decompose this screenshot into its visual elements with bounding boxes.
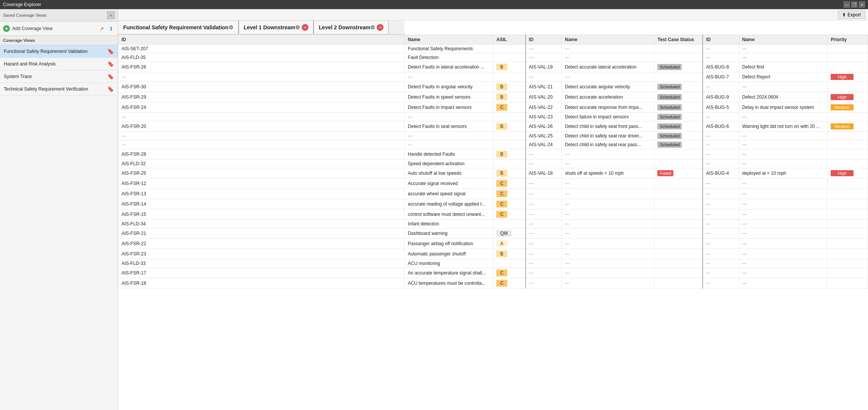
table-row: AIS-FSR-21Dashboard warningQM-----------… xyxy=(118,228,868,239)
cell-status xyxy=(654,209,703,220)
cell-name1: Detect Faults in impact sensors xyxy=(404,102,493,113)
table-row: AIS-SET-207Functional Safety Requirement… xyxy=(118,45,868,53)
cell-status xyxy=(654,239,703,249)
cell-priority xyxy=(828,45,868,53)
col-header-asil: ASIL xyxy=(493,35,526,45)
close-button[interactable]: ✕ xyxy=(859,2,865,8)
view1-settings-icon[interactable]: ⚙ xyxy=(229,24,233,30)
sidebar-item-technical[interactable]: Technical Safety Requirement Verificatio… xyxy=(0,83,118,96)
cell-id3: --- xyxy=(703,140,739,149)
app-container: Saved Coverage Views » + Add Coverage Vi… xyxy=(0,9,868,410)
export-button[interactable]: ⬆ Export xyxy=(838,11,865,19)
table-row: ------AIS-VAL-23Detect failure in impact… xyxy=(118,113,868,121)
add-icon[interactable]: + xyxy=(3,25,10,32)
cell-id1: AIS-FSR-15 xyxy=(118,209,405,220)
cell-name3: Delay in dual impact sensor system xyxy=(739,102,828,113)
view2-header: Level 1 Downstream ⚙ − xyxy=(239,21,314,34)
cell-priority xyxy=(828,268,868,278)
cell-id3: AIS-BUG-4 xyxy=(703,168,739,179)
cell-name1: Auto shutoff at low speeds xyxy=(404,168,493,179)
cell-priority xyxy=(828,278,868,289)
cell-name3: --- xyxy=(739,179,828,189)
saved-coverage-views-label: Saved Coverage Views xyxy=(3,13,46,18)
cell-name1: Passanger airbag off notification xyxy=(404,239,493,249)
cell-priority xyxy=(828,113,868,121)
cell-name3: --- xyxy=(739,249,828,259)
table-row: AIS-FSR-28Handle detected FaultsB-------… xyxy=(118,149,868,160)
window-controls: — ❐ ✕ xyxy=(844,2,865,8)
cell-asil: B xyxy=(493,62,526,72)
cell-id1: AIS-FSR-26 xyxy=(118,62,405,72)
top-bar: ⬆ Export xyxy=(118,9,868,21)
cell-name3: deployed at < 10 mph xyxy=(739,168,828,179)
view2-settings-icon[interactable]: ⚙ xyxy=(295,24,300,30)
cell-id3: --- xyxy=(703,259,739,268)
cell-asil xyxy=(493,45,526,53)
table-row: AIS-FSR-22Passanger airbag off notificat… xyxy=(118,239,868,249)
cell-id2: --- xyxy=(526,179,562,189)
cell-name1: Functional Safety Requirements xyxy=(404,45,493,53)
cell-priority xyxy=(828,259,868,268)
col-header-priority: Priority xyxy=(828,35,868,45)
info-icon[interactable]: ℹ xyxy=(107,25,115,32)
cell-priority xyxy=(828,149,868,160)
cell-name2: --- xyxy=(562,259,654,268)
table-row: ------AIS-VAL-24Detect child in safety s… xyxy=(118,140,868,149)
collapse-button[interactable]: » xyxy=(107,11,115,19)
cell-id3: --- xyxy=(703,268,739,278)
sidebar-item-functional[interactable]: Functional Safety Requirement Validation… xyxy=(0,45,118,58)
cell-id3: --- xyxy=(703,179,739,189)
table-row: AIS-FLD-33ACU monitoring------------ xyxy=(118,259,868,268)
add-coverage-view-label[interactable]: Add Coverage View xyxy=(12,26,96,31)
view3-close-icon[interactable]: − xyxy=(377,24,384,31)
cell-id2: AIS-VAL-26 xyxy=(526,121,562,132)
cell-priority xyxy=(828,53,868,62)
cell-name1: --- xyxy=(404,113,493,121)
cell-name3: --- xyxy=(739,113,828,121)
view3-settings-icon[interactable]: ⚙ xyxy=(370,24,375,30)
col-header-id2: ID xyxy=(526,35,562,45)
cell-name2: --- xyxy=(562,72,654,82)
table-wrapper[interactable]: Functional Safety Requirement Validation… xyxy=(118,21,868,410)
cell-name3: --- xyxy=(739,239,828,249)
cell-id1: AIS-FSR-12 xyxy=(118,179,405,189)
cell-name1: control software must detect unwant... xyxy=(404,209,493,220)
cell-id1: AIS-FLD-34 xyxy=(118,220,405,228)
view1-title: Functional Safety Requirement Validation xyxy=(123,24,229,30)
cell-id2: --- xyxy=(526,220,562,228)
cell-asil: C xyxy=(493,179,526,189)
cell-name1: Detect Faults in lateral acceleration ..… xyxy=(404,62,493,72)
sidebar-item-hazard[interactable]: Hazard and Risk Analysis🔖 xyxy=(0,58,118,70)
restore-button[interactable]: ❐ xyxy=(851,2,857,8)
cell-asil xyxy=(493,72,526,82)
coverage-views-section-label: Coverage Views xyxy=(0,36,118,45)
cell-name3: --- xyxy=(739,45,828,53)
table-row: AIS-FSR-26Detect Faults in lateral accel… xyxy=(118,62,868,72)
col-header-name1: Name xyxy=(404,35,493,45)
cell-name1: ACU temperatures must be controlla... xyxy=(404,278,493,289)
cell-asil xyxy=(493,53,526,62)
export-icon[interactable]: ↗ xyxy=(98,25,106,32)
bookmark-icon: 🔖 xyxy=(107,86,114,92)
cell-name3: --- xyxy=(739,189,828,199)
cell-status xyxy=(654,149,703,160)
cell-id2: --- xyxy=(526,189,562,199)
cell-name3: --- xyxy=(739,149,828,160)
cell-id1: --- xyxy=(118,132,405,140)
view2-close-icon[interactable]: − xyxy=(302,24,309,31)
cell-asil: B xyxy=(493,121,526,132)
cell-id3: --- xyxy=(703,228,739,239)
minimize-button[interactable]: — xyxy=(844,2,850,8)
cell-name1: --- xyxy=(404,132,493,140)
table-row: AIS-FSR-23Automatic passenger shutoffB--… xyxy=(118,249,868,259)
cell-asil xyxy=(493,140,526,149)
sidebar-item-system[interactable]: System Trace🔖 xyxy=(0,70,118,83)
cell-id3: --- xyxy=(703,209,739,220)
cell-id1: AIS-FSR-24 xyxy=(118,102,405,113)
coverage-views-list: Functional Safety Requirement Validation… xyxy=(0,45,118,410)
cell-asil: QM xyxy=(493,228,526,239)
cell-asil: C xyxy=(493,199,526,209)
cell-name2: --- xyxy=(562,199,654,209)
cell-name1: Accurate signal received xyxy=(404,179,493,189)
cell-name3: --- xyxy=(739,220,828,228)
